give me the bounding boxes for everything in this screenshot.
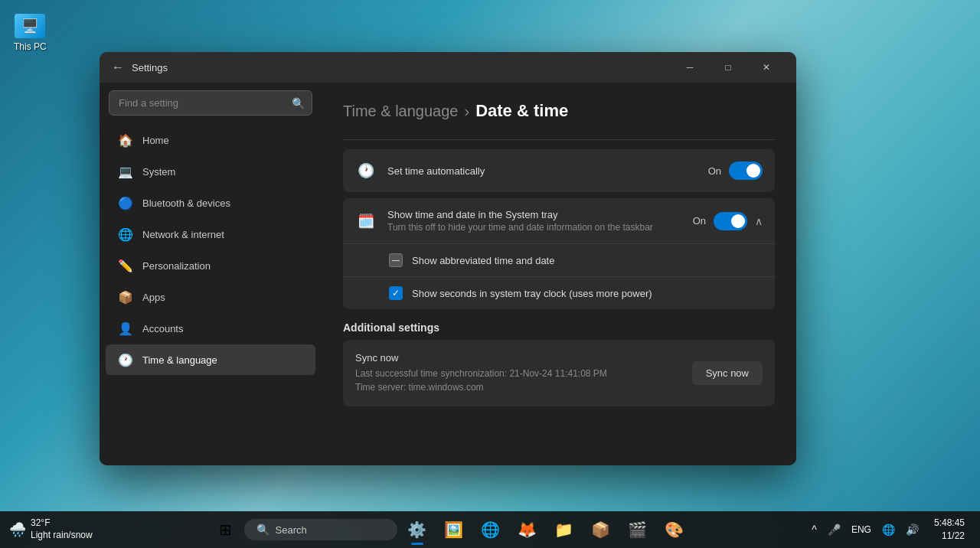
taskbar-search-label: Search [276,524,307,536]
time-icon: 🕐 [118,352,133,367]
show-time-tray-text: Show time and date in the System tray Tu… [387,209,682,233]
breadcrumb: Time & language › Date & time [343,101,775,121]
show-seconds-checkbox[interactable]: ✓ [389,286,403,300]
set-time-auto-row: 🕐 Set time automatically On [343,149,775,192]
sidebar: 🔍 🏠 Home 💻 System 🔵 Bluetooth & devices … [100,83,322,465]
settings-window: ← Settings ─ □ ✕ 🔍 🏠 Home [100,52,796,465]
show-abbreviated-checkbox[interactable]: ─ [389,253,403,267]
show-time-tray-card: 🗓️ Show time and date in the System tray… [343,198,775,309]
desktop-icon-label: This PC [14,41,47,52]
tray-toggle-thumb [731,214,745,228]
window-body: 🔍 🏠 Home 💻 System 🔵 Bluetooth & devices … [100,83,796,465]
sidebar-item-network[interactable]: 🌐 Network & internet [106,219,315,250]
window-controls: ─ □ ✕ [672,55,784,80]
show-time-tray-control: On ∧ [693,212,763,230]
show-abbreviated-row: ─ Show abbreviated time and date [343,243,775,276]
set-time-auto-toggle[interactable] [729,161,763,180]
system-tray: ^ 🎤 ENG 🌐 🔊 [808,520,922,539]
show-seconds-label: Show seconds in system tray clock (uses … [412,288,652,299]
sidebar-item-home[interactable]: 🏠 Home [106,125,315,155]
chrome-icon: 🌐 [481,520,500,539]
breadcrumb-divider [343,139,775,140]
accounts-icon: 👤 [118,321,133,336]
personalization-icon: ✏️ [118,258,133,273]
sync-title: Sync now [355,352,680,364]
weather-text: 32°F Light rain/snow [31,517,93,541]
content-area: Time & language › Date & time 🕐 Set time… [322,83,796,465]
back-button[interactable]: ← [112,60,124,74]
tray-mic-icon[interactable]: 🎤 [825,520,844,539]
taskbar-app-photos[interactable]: 🖼️ [437,513,471,546]
toggle-thumb [746,164,760,178]
show-time-tray-row: 🗓️ Show time and date in the System tray… [343,198,775,243]
weather-widget[interactable]: 🌧️ 32°F Light rain/snow [9,517,93,541]
sidebar-item-bluetooth[interactable]: 🔵 Bluetooth & devices [106,188,315,218]
breadcrumb-parent: Time & language [343,103,458,120]
taskbar-search-bar[interactable]: 🔍 Search [244,519,397,540]
taskbar-app-chrome[interactable]: 🌐 [474,513,508,546]
taskbar-app-photoshop[interactable]: 🎨 [658,513,691,546]
start-button[interactable]: ⊞ [211,514,241,545]
sidebar-search-input[interactable] [109,90,312,116]
tray-clock-icon: 🗓️ [355,210,377,232]
box-icon: 📦 [591,520,610,539]
taskbar-app-settings[interactable]: ⚙️ [400,513,434,546]
clock-time: 5:48:45 [934,517,965,530]
start-icon: ⊞ [219,520,232,539]
sync-now-button[interactable]: Sync now [692,361,763,385]
tray-chevron-icon[interactable]: ^ [808,520,820,539]
set-time-auto-label: Set time automatically [387,165,697,177]
taskbar-center: ⊞ 🔍 Search ⚙️ 🖼️ 🌐 🦊 📁 📦 🎬 🎨 [96,513,806,546]
firefox-icon: 🦊 [518,520,537,539]
language-indicator[interactable]: ENG [848,521,874,538]
window-title: Settings [132,62,672,73]
network-icon: 🌐 [118,227,133,242]
minimize-button[interactable]: ─ [672,55,707,80]
sync-info: Sync now Last successful time synchroniz… [355,352,680,394]
weather-icon: 🌧️ [9,521,26,538]
premiere-icon: 🎬 [628,520,647,539]
apps-icon: 📦 [118,289,133,305]
sidebar-item-apps[interactable]: 📦 Apps [106,282,315,312]
show-time-tray-toggle[interactable] [714,212,747,230]
tray-volume-icon[interactable]: 🔊 [903,520,922,539]
show-time-tray-desc: Turn this off to hide your time and date… [387,222,682,233]
sidebar-item-accounts-label: Accounts [142,323,183,334]
breadcrumb-separator: › [464,103,469,120]
sidebar-item-system-label: System [142,166,175,178]
settings-taskbar-icon: ⚙️ [407,520,426,539]
sidebar-item-time-language[interactable]: 🕐 Time & language [106,344,315,375]
sidebar-item-home-label: Home [142,135,169,146]
sidebar-item-apps-label: Apps [142,292,165,303]
maximize-button[interactable]: □ [710,55,746,80]
sidebar-item-network-label: Network & internet [142,229,224,240]
taskbar-app-explorer[interactable]: 📁 [547,513,581,546]
sidebar-item-personalization[interactable]: ✏️ Personalization [106,250,315,281]
taskbar-app-firefox[interactable]: 🦊 [511,513,544,546]
sidebar-item-accounts[interactable]: 👤 Accounts [106,313,315,344]
show-time-tray-status: On [693,215,706,227]
photoshop-icon: 🎨 [665,520,684,539]
sidebar-item-system[interactable]: 💻 System [106,156,315,187]
taskbar-app-box[interactable]: 📦 [584,513,618,546]
clock-date: 11/22 [934,530,965,543]
tray-network-icon[interactable]: 🌐 [879,520,898,539]
home-icon: 🏠 [118,132,133,148]
taskbar-app-premiere[interactable]: 🎬 [621,513,655,546]
show-abbreviated-label: Show abbreviated time and date [412,255,554,266]
sidebar-item-time-label: Time & language [142,354,217,366]
taskbar-right: ^ 🎤 ENG 🌐 🔊 5:48:45 11/22 [808,514,971,546]
additional-settings-title: Additional settings [343,321,775,334]
taskbar-search-icon: 🔍 [256,524,270,536]
desktop-icon-this-pc[interactable]: 🖥️ This PC [8,8,53,58]
taskbar-left: 🌧️ 32°F Light rain/snow [9,517,93,541]
this-pc-icon: 🖥️ [15,14,45,38]
search-icon: 🔍 [292,97,305,109]
tray-expand-icon[interactable]: ∧ [755,215,763,227]
clock[interactable]: 5:48:45 11/22 [928,514,971,546]
titlebar: ← Settings ─ □ ✕ [100,52,796,83]
system-icon: 💻 [118,164,133,179]
photos-icon: 🖼️ [444,520,463,539]
sidebar-search-container: 🔍 [109,90,312,116]
close-button[interactable]: ✕ [749,55,784,80]
